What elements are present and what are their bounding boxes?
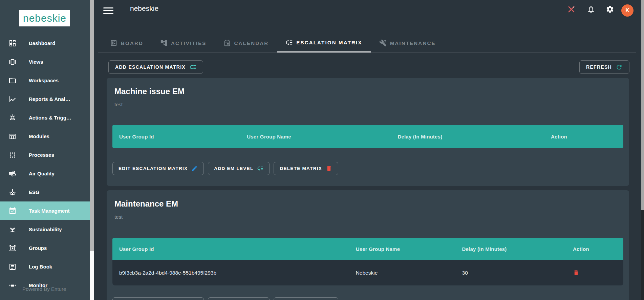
button-label: ADD ESCALATION MATRIX xyxy=(115,64,186,70)
table-header-row: User Group Id User Group Name Delay (In … xyxy=(112,238,623,260)
sidebar-item-label: Processes xyxy=(29,152,54,158)
sidebar-item-label: Views xyxy=(29,59,43,65)
escalation-matrix-icon xyxy=(285,39,293,46)
sidebar-item-esg[interactable]: ESG xyxy=(0,183,90,201)
user-avatar[interactable]: K xyxy=(621,4,634,17)
delete-matrix-button[interactable]: DELETE MATRIX xyxy=(274,297,338,300)
sidebar-item-label: Workspaces xyxy=(29,78,59,83)
groups-icon xyxy=(8,244,17,252)
sidebar-item-processes[interactable]: Processes xyxy=(0,146,90,164)
trash-icon xyxy=(573,270,579,276)
sidebar: nebeskie Dashboard Views Workspaces Repo… xyxy=(0,0,90,300)
sidebar-item-label: Log Book xyxy=(29,264,52,270)
add-escalation-matrix-button[interactable]: ADD ESCALATION MATRIX xyxy=(108,60,203,74)
button-label: DELETE MATRIX xyxy=(280,166,322,171)
sidebar-item-log-book[interactable]: Log Book xyxy=(0,257,90,276)
sidebar-item-label: Actions & Trigg… xyxy=(29,115,71,121)
esg-icon xyxy=(8,188,17,196)
sidebar-item-workspaces[interactable]: Workspaces xyxy=(0,71,90,90)
main-content: nebeskie K BOARD ACTIVITIES CALENDAR ESC… xyxy=(94,0,641,300)
button-label: REFRESH xyxy=(586,64,612,70)
sidebar-item-reports-analytics[interactable]: Reports & Anal… xyxy=(0,90,90,108)
dashboard-icon xyxy=(8,39,17,47)
card-action-buttons: EDIT ESCALATION MATRIX ADD EM LEVEL DELE… xyxy=(112,162,338,175)
sidebar-item-label: Sustainability xyxy=(29,227,62,232)
tab-label: MAINTENANCE xyxy=(390,40,436,46)
sidebar-item-views[interactable]: Views xyxy=(0,52,90,71)
cell-user-group-name: Nebeskie xyxy=(349,260,455,285)
logbook-icon xyxy=(8,263,17,271)
workspaces-icon xyxy=(8,77,17,85)
delete-row-button[interactable] xyxy=(573,270,579,276)
air-quality-icon xyxy=(8,170,17,178)
edit-escalation-matrix-button[interactable]: EDIT ESCALATION MATRIX xyxy=(112,297,204,300)
escalation-add-icon xyxy=(257,165,263,172)
sidebar-nav: Dashboard Views Workspaces Reports & Ana… xyxy=(0,34,90,295)
card-subtitle: test xyxy=(114,214,123,220)
sidebar-item-label: Groups xyxy=(29,245,47,251)
escalation-add-icon xyxy=(189,64,196,71)
add-em-level-button[interactable]: ADD EM LEVEL xyxy=(208,162,270,175)
cell-user-group-id: b9f3cb3a-2a2d-4bd4-988e-551b495f293b xyxy=(112,260,349,285)
page-title: nebeskie xyxy=(130,4,158,13)
column-delay: Delay (In Minutes) xyxy=(391,125,544,148)
edit-pencil-icon xyxy=(191,165,198,172)
sidebar-item-groups[interactable]: Groups xyxy=(0,239,90,257)
page-scrollbar[interactable] xyxy=(641,0,644,300)
delete-matrix-button[interactable]: DELETE MATRIX xyxy=(274,162,338,175)
sidebar-scrollbar-thumb[interactable] xyxy=(90,251,94,300)
tab-calendar[interactable]: CALENDAR xyxy=(215,34,277,52)
actions-triggers-icon xyxy=(8,114,17,122)
tab-divider xyxy=(98,52,636,52)
sidebar-item-label: Air Quality xyxy=(29,171,55,176)
monitor-icon xyxy=(8,281,17,290)
sidebar-scrollbar[interactable] xyxy=(90,0,94,300)
menu-toggle-button[interactable] xyxy=(103,7,113,14)
views-icon xyxy=(8,58,17,66)
refresh-button[interactable]: REFRESH xyxy=(579,60,629,74)
trash-icon xyxy=(326,165,332,172)
sidebar-item-label: Reports & Anal… xyxy=(29,96,70,102)
sidebar-item-label: Modules xyxy=(29,133,49,139)
tab-escalation-matrix[interactable]: ESCALATION MATRIX xyxy=(277,34,370,52)
column-user-group-name: User Group Name xyxy=(240,125,391,148)
sidebar-item-label: Monitor xyxy=(29,282,47,288)
tab-activities[interactable]: ACTIVITIES xyxy=(152,34,215,52)
sidebar-item-label: ESG xyxy=(29,189,40,195)
tab-bar: BOARD ACTIVITIES CALENDAR ESCALATION MAT… xyxy=(102,34,444,52)
sidebar-item-task-management[interactable]: Task Managment xyxy=(0,201,90,220)
sidebar-item-sustainability[interactable]: Sustainability xyxy=(0,220,90,239)
column-user-group-id: User Group Id xyxy=(112,125,240,148)
calendar-icon xyxy=(223,39,231,47)
tab-label: ACTIVITIES xyxy=(171,40,207,46)
sidebar-item-modules[interactable]: Modules xyxy=(0,127,90,146)
sidebar-item-air-quality[interactable]: Air Quality xyxy=(0,164,90,183)
tab-label: CALENDAR xyxy=(234,40,269,46)
edit-escalation-matrix-button[interactable]: EDIT ESCALATION MATRIX xyxy=(112,162,204,175)
task-management-icon xyxy=(8,207,17,215)
tab-label: ESCALATION MATRIX xyxy=(296,40,362,45)
sustainability-icon xyxy=(8,226,17,234)
card-action-buttons: EDIT ESCALATION MATRIX ADD EM LEVEL DELE… xyxy=(112,297,338,300)
settings-gear-icon[interactable] xyxy=(606,5,614,14)
column-user-group-id: User Group Id xyxy=(112,238,349,260)
sidebar-item-monitor[interactable]: Monitor xyxy=(0,276,90,295)
card-title: Machine issue EM xyxy=(114,87,185,96)
table-header-row: User Group Id User Group Name Delay (In … xyxy=(112,125,623,148)
sidebar-item-label: Task Managment xyxy=(29,208,70,214)
tab-board[interactable]: BOARD xyxy=(102,34,152,52)
sidebar-item-actions-triggers[interactable]: Actions & Trigg… xyxy=(0,108,90,127)
sidebar-item-dashboard[interactable]: Dashboard xyxy=(0,34,90,52)
em-table: User Group Id User Group Name Delay (In … xyxy=(112,125,623,148)
add-em-level-button[interactable]: ADD EM LEVEL xyxy=(208,297,270,300)
crossed-tools-icon[interactable] xyxy=(567,5,576,14)
tab-maintenance[interactable]: MAINTENANCE xyxy=(371,34,444,52)
column-delay: Delay (In Minutes) xyxy=(455,238,566,260)
logo: nebeskie xyxy=(19,10,70,26)
logo-text: nebeskie xyxy=(23,13,66,24)
notifications-bell-icon[interactable] xyxy=(587,5,595,14)
button-label: EDIT ESCALATION MATRIX xyxy=(119,166,188,171)
column-action: Action xyxy=(544,125,623,148)
modules-icon xyxy=(8,132,17,141)
page-scrollbar-thumb[interactable] xyxy=(641,0,644,210)
